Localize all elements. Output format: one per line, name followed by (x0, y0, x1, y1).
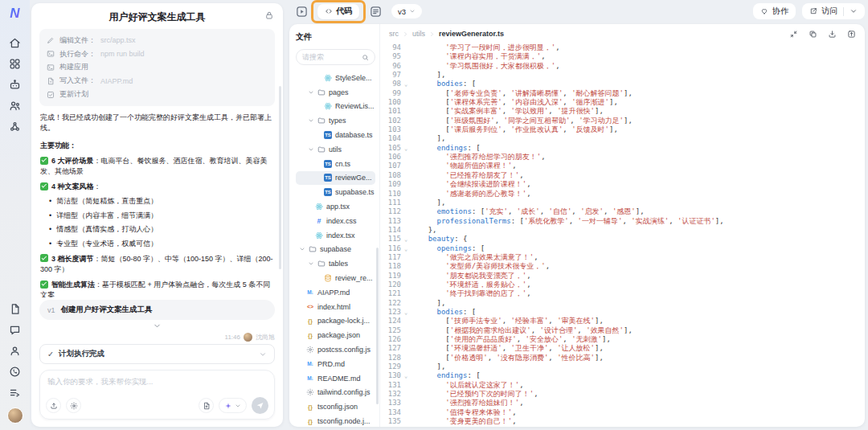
code-line: 104 ], (380, 134, 865, 143)
user-avatar[interactable] (7, 407, 23, 424)
fold-icon[interactable]: ⌄ (401, 309, 411, 317)
tree-item-README.md[interactable]: M↓README.md (296, 371, 375, 386)
tree-item-pages[interactable]: pages (296, 85, 375, 100)
chevron-down-icon[interactable] (308, 146, 314, 153)
file-search-input[interactable]: 请搜索 (296, 49, 375, 65)
tree-item-database.ts[interactable]: TSdatabase.ts (296, 128, 375, 142)
download-icon[interactable] (828, 30, 837, 39)
send-button[interactable] (252, 397, 268, 414)
workflow-icon[interactable] (9, 121, 21, 133)
phone-icon[interactable] (9, 366, 21, 378)
fold-icon[interactable]: ⌄ (401, 145, 411, 154)
line-number: 122 (380, 299, 401, 308)
react-icon (324, 74, 332, 82)
tree-item-types[interactable]: types (296, 113, 375, 128)
collapse-editor-icon[interactable] (789, 30, 798, 39)
chevron-down-icon[interactable] (850, 7, 858, 15)
line-number: 103 (380, 125, 401, 134)
sender-avatar (244, 333, 252, 342)
contacts-icon[interactable] (9, 345, 21, 357)
home-icon[interactable] (9, 37, 21, 49)
tree-item-cn.ts[interactable]: TScn.ts (296, 157, 375, 171)
breadcrumb-separator-icon (403, 31, 408, 37)
fold-icon[interactable]: ⌄ (401, 245, 411, 254)
code-line: 124 ['技师手法专业', '经验丰富', '审美在线'], (380, 317, 865, 326)
fold-icon[interactable]: ⌄ (401, 235, 411, 244)
tree-item-StyleSele...[interactable]: StyleSele... (296, 71, 375, 85)
tree-item-ReviewLis...[interactable]: ReviewLis... (296, 100, 375, 114)
terminal-icon (47, 63, 55, 72)
version-selector[interactable]: v3 (391, 4, 422, 18)
chevron-down-icon[interactable] (299, 246, 305, 252)
copy-icon[interactable] (809, 30, 817, 39)
chevron-down-icon[interactable] (259, 350, 267, 358)
tree-item-index.css[interactable]: #index.css (296, 214, 375, 228)
file-name: PRD.md (317, 360, 345, 368)
collaborate-icon (760, 7, 768, 15)
app-logo[interactable]: N (6, 6, 24, 22)
tree-item-package.json[interactable]: {}package.json (296, 328, 375, 342)
visit-button[interactable]: 访问 (802, 3, 865, 19)
messages-icon[interactable] (9, 324, 21, 336)
plan-status-select[interactable]: ✓ 计划执行完成 (39, 344, 275, 364)
tree-item-package-lock.j...[interactable]: {}package-lock.j... (296, 314, 375, 329)
code-content[interactable]: 94 '学习了一段时间，进步很明显，', 95 '课程内容实用，干货满满，', … (380, 43, 865, 427)
file-name: database.ts (335, 131, 373, 139)
breadcrumb-utils[interactable]: utils (412, 30, 425, 38)
tree-item-PRD.md[interactable]: M↓PRD.md (296, 357, 375, 371)
tree-item-reviewGe...[interactable]: TSreviewGe... (296, 171, 375, 186)
open-in-new-icon[interactable] (847, 30, 856, 39)
tree-scrollbar[interactable] (376, 248, 379, 404)
code-line: 95 '课程内容实用，干货满满，', (380, 52, 865, 61)
line-number: 134 (380, 408, 401, 417)
tree-item-tables[interactable]: tables (296, 256, 375, 271)
apps-icon[interactable] (9, 58, 21, 70)
tree-item-postcss.config.js[interactable]: postcss.config.js (296, 342, 375, 357)
breadcrumb-src[interactable]: src (389, 30, 399, 38)
external-link-icon (809, 7, 817, 15)
collapse-chevron-icon[interactable] (153, 321, 162, 330)
chevron-down-icon[interactable] (308, 117, 314, 124)
chat-scrollbar[interactable] (279, 86, 281, 269)
preview-tab-icon[interactable] (296, 6, 308, 18)
tree-item-index.html[interactable]: <>index.html (296, 300, 375, 314)
version-pill[interactable]: v1 创建用户好评文案生成工具 (39, 300, 275, 320)
attach-plan-button[interactable] (199, 398, 214, 413)
tree-item-tailwind.config.js[interactable]: tailwind.config.js (296, 386, 375, 400)
tree-item-utils[interactable]: utils (296, 142, 375, 157)
version-title: 创建用户好评文案生成工具 (61, 305, 153, 315)
fold-icon[interactable]: ⌄ (401, 372, 411, 381)
tree-item-index.tsx[interactable]: index.tsx (296, 228, 375, 243)
code-icon (325, 7, 333, 15)
model-selector[interactable] (219, 398, 247, 413)
tree-item-tsconfig.json[interactable]: {}tsconfig.json (296, 399, 375, 414)
line-number: 116 (380, 244, 401, 253)
tree-item-supabase.ts[interactable]: TSsupabase.ts (296, 185, 375, 199)
tree-item-supabase[interactable]: supabase (296, 243, 375, 257)
prompt-input[interactable]: 输入你的要求，我来帮你实现... (39, 370, 275, 420)
lock-icon[interactable] (264, 10, 274, 20)
more-menu-icon[interactable] (9, 387, 21, 399)
task-value: AIAPP.md (100, 77, 133, 85)
tree-item-review_re...[interactable]: review_re... (296, 271, 375, 285)
tree-item-AIAPP.md[interactable]: M↓AIAPP.md (296, 285, 375, 300)
team-icon[interactable] (9, 100, 21, 112)
collaborate-button[interactable]: 协作 (753, 3, 796, 19)
tab-code[interactable]: 代码 (317, 4, 359, 19)
folder-icon (309, 245, 317, 253)
chevron-down-icon[interactable] (308, 260, 314, 267)
panel-list-icon[interactable] (370, 6, 382, 18)
tools-button[interactable] (66, 398, 81, 413)
code-line: 133 '强烈推荐给姐妹们！', (380, 399, 865, 407)
agent-icon[interactable] (9, 79, 21, 91)
code-editor: src utils reviewGenerator.ts 94 '学习了一段时间… (380, 24, 865, 427)
code-line: 99 ['老师专业负责', '讲解清晰易懂', '耐心解答问题'], (380, 89, 865, 98)
tree-item-app.tsx[interactable]: app.tsx (296, 199, 375, 214)
document-icon[interactable] (9, 303, 21, 315)
chevron-down-icon[interactable] (308, 89, 314, 96)
code-line: 129 ], (380, 362, 865, 371)
fold-icon[interactable]: ⌄ (401, 80, 411, 89)
upload-button[interactable] (46, 398, 61, 413)
line-number: 133 (380, 399, 401, 407)
tree-item-tsconfig.node.j...[interactable]: {}tsconfig.node.j... (296, 414, 375, 427)
